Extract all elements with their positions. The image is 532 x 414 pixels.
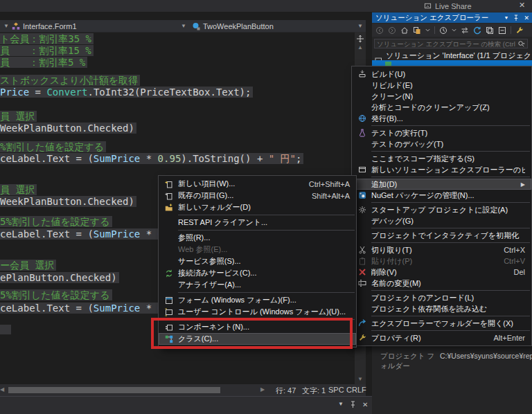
search-icon[interactable] xyxy=(517,40,527,48)
refresh-icon[interactable] xyxy=(473,26,481,35)
collapse-all-icon[interactable] xyxy=(498,26,506,35)
back-icon[interactable] xyxy=(375,26,384,35)
forward-icon[interactable] xyxy=(388,26,396,35)
pending-changes-filter-icon[interactable] xyxy=(439,26,447,35)
code-line[interactable]: 員 選択 xyxy=(0,111,37,123)
code-line[interactable]: Price = Convert.ToInt32(PriceTextBox.Tex… xyxy=(0,87,253,98)
scroll-left-icon[interactable]: ◀ xyxy=(0,386,4,393)
menu-item-rename[interactable]: 名前の変更(M) xyxy=(352,278,531,289)
menu-item-new-item[interactable]: 新しい項目(W)...Ctrl+Shift+A xyxy=(159,178,356,190)
menu-item-publish[interactable]: 発行(B)... xyxy=(352,113,531,124)
connected-services-icon xyxy=(165,269,173,278)
scroll-up-icon[interactable]: ▲ xyxy=(355,44,366,51)
menu-item-properties[interactable]: プロパティ(R)Alt+Enter xyxy=(352,332,531,343)
menu-item-rest-api-client[interactable]: REST API クライアント... xyxy=(159,217,356,228)
code-segment-field: SumPrice xyxy=(94,153,140,164)
menu-item-run-tests[interactable]: テストの実行(T) xyxy=(352,127,531,138)
menu-item-delete[interactable]: 削除(V)Del xyxy=(352,267,531,278)
user-control-icon xyxy=(165,308,173,316)
chevron-down-icon[interactable] xyxy=(425,28,430,33)
menu-item-class[interactable]: クラス(C)... xyxy=(159,333,356,345)
menu-item-analyzer[interactable]: アナライザー(A)... xyxy=(159,279,356,291)
code-line[interactable]: WeekPlanButton.Checked) xyxy=(0,123,136,134)
menu-item-new-solution-explorer-view[interactable]: 新しいソリューション エクスプローラーのビュー(N) xyxy=(352,164,531,175)
chevron-down-icon[interactable] xyxy=(452,28,456,33)
switch-views-icon[interactable] xyxy=(413,26,421,35)
live-share-icon xyxy=(424,2,432,10)
menu-item-add[interactable]: 追加(D)▶ xyxy=(352,179,531,190)
code-line[interactable]: ePlanButton.Checked) xyxy=(0,272,119,284)
menu-item-reload-project-dependencies[interactable]: プロジェクト依存関係を読み込む xyxy=(352,303,531,314)
code-line[interactable]: 員 ：割引率15 % xyxy=(0,45,94,57)
properties-pane-row[interactable]: プロジェクト フォルダー C:¥Users¥syuns¥source¥repo xyxy=(372,352,532,361)
menu-item-manage-nuget-packages[interactable]: NuGet パッケージの管理(N)... xyxy=(352,190,531,201)
sync-with-active-document-icon[interactable] xyxy=(461,26,469,35)
menu-item-unload-project[interactable]: プロジェクトのアンロード(L) xyxy=(352,292,531,303)
method-glyph-icon xyxy=(192,22,200,30)
menu-item-label: 削除(V) xyxy=(371,267,501,278)
code-line[interactable]: %割引した値を設定する xyxy=(0,141,106,153)
menu-item-label: NuGet パッケージの管理(N)... xyxy=(371,190,525,201)
menu-item-label: 新しい項目(W)... xyxy=(178,179,296,189)
menu-item-clean[interactable]: クリーン(N) xyxy=(352,91,531,102)
code-line[interactable]: WeekPlanButton.Checked) xyxy=(0,196,136,208)
chevron-down-icon[interactable]: ▼ xyxy=(0,23,9,29)
chevron-down-icon[interactable]: ▼ xyxy=(338,401,344,408)
pin-icon[interactable] xyxy=(350,401,356,408)
menu-item-service-reference[interactable]: サービス参照(S)... xyxy=(159,255,356,267)
chevron-down-icon[interactable]: ▼ xyxy=(181,23,186,29)
code-line[interactable]: 員 選択 xyxy=(0,184,37,196)
menu-item-open-folder-in-explorer[interactable]: エクスプローラーでフォルダーを開く(X) xyxy=(352,318,531,329)
code-line[interactable]: ストボックスより小計額を取得 xyxy=(0,75,140,87)
code-line[interactable]: 員 ：割引率5 % xyxy=(0,57,87,69)
chevron-down-icon[interactable]: ▼ xyxy=(504,15,509,20)
menu-item-shortcut: Del xyxy=(513,268,525,276)
code-line[interactable]: ー会員 選択 xyxy=(0,260,56,271)
menu-item-build[interactable]: ビルド(U) xyxy=(352,69,531,80)
menu-item-component[interactable]: コンポーネント(N)... xyxy=(159,321,356,333)
menu-item-connected-service[interactable]: 接続済みサービス(C)... xyxy=(159,267,356,279)
menu-item-scope-to-this[interactable]: ここまでスコープ指定する(S) xyxy=(352,153,531,164)
code-line[interactable]: 5%割引した値を設定する xyxy=(0,216,112,228)
split-window-handle-icon[interactable] xyxy=(356,35,364,43)
search-input[interactable] xyxy=(375,40,517,48)
live-share-button[interactable]: Live Share xyxy=(424,0,472,12)
code-line[interactable]: 5%割引した値を設定する xyxy=(0,289,112,301)
menu-item-user-control[interactable]: ユーザー コントロール (Windows フォーム)(U)... xyxy=(159,306,356,318)
horizontal-scrollbar-thumb[interactable] xyxy=(8,387,220,393)
solution-search-box[interactable] xyxy=(374,39,528,48)
menu-item-label: プロジェクトのアンロード(L) xyxy=(371,293,525,303)
menu-item-set-startup-project[interactable]: スタートアップ プロジェクトに設定(A) xyxy=(352,204,531,215)
scroll-down-icon[interactable]: ▼ xyxy=(355,376,366,382)
menu-item-windows-form[interactable]: フォーム (Windows フォーム)(F)... xyxy=(159,294,356,306)
menu-item-debug-tests[interactable]: テストのデバッグ(T) xyxy=(352,138,531,150)
home-icon[interactable] xyxy=(400,26,409,35)
open-folder-icon xyxy=(358,319,366,327)
member-dropdown[interactable]: TwoWeekPlanButton ▼ xyxy=(189,20,366,32)
scroll-right-icon[interactable]: ▶ xyxy=(260,386,265,393)
menu-item-rebuild[interactable]: リビルド(E) xyxy=(352,80,531,91)
code-line[interactable]: ceLabel.Text = (SumPrice * 0.95).ToStrin… xyxy=(0,153,303,165)
menu-item-initialize-interactive[interactable]: プロジェクトでインタラクティブを初期化 xyxy=(352,230,531,241)
menu-item-existing-item[interactable]: 既存の項目(G)...Shift+Alt+A xyxy=(159,190,356,201)
pin-icon[interactable] xyxy=(513,15,519,21)
properties-wrench-icon[interactable] xyxy=(515,26,524,35)
menu-item-analyze-code-cleanup[interactable]: 分析とコードのクリーンアップ(Z) xyxy=(352,102,531,113)
solution-explorer-titlebar[interactable]: ソリューション エクスプローラー ▼ ✕ xyxy=(372,12,532,23)
close-icon[interactable]: ✕ xyxy=(362,401,368,408)
menu-item-cut[interactable]: 切り取り(T)Ctrl+X xyxy=(352,244,531,255)
code-line[interactable]: ト会員：割引率35 % xyxy=(0,33,94,45)
menu-item-new-folder[interactable]: 新しいフォルダー(D) xyxy=(159,201,356,213)
menu-item-shortcut: Ctrl+X xyxy=(504,246,525,254)
menu-item-shortcut: Ctrl+V xyxy=(504,257,525,265)
chevron-down-icon[interactable]: ▼ xyxy=(357,23,363,29)
menu-separator xyxy=(371,290,530,291)
new-view-copy-icon[interactable] xyxy=(486,26,494,35)
menu-item-debug[interactable]: デバッグ(G) xyxy=(352,215,531,226)
close-icon[interactable]: ✕ xyxy=(524,15,529,21)
menu-item-reference[interactable]: 参照(R)... xyxy=(159,232,356,244)
type-dropdown[interactable]: Interface.Form1 ▼ xyxy=(9,20,189,32)
class-icon xyxy=(165,335,173,343)
close-icon[interactable]: ✕ xyxy=(519,1,525,10)
menu-item-label: 貼り付け(P) xyxy=(371,256,491,267)
